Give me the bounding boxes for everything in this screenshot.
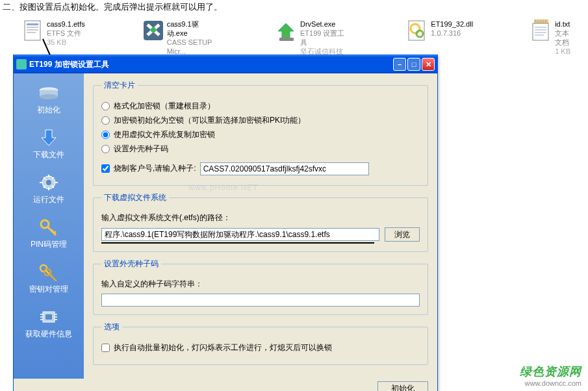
radio-vfs-copy[interactable]: 使用虚拟文件系统复制加密锁 [101,129,420,140]
file-type: ETFS 文件 [47,29,85,38]
fieldset-vfs-download: 下载虚拟文件系统 输入虚拟文件系统文件(.etfs)的路径： 浏览 [93,192,428,252]
watermark-title: 绿色资源网 [520,364,582,379]
app-icon [16,59,27,69]
minimize-button[interactable]: – [393,58,406,71]
vfs-path-input[interactable] [101,228,379,241]
sidebar-item-download[interactable]: 下载文件 [14,126,84,162]
chip-icon [37,307,60,327]
sidebar-item-keypair[interactable]: 密钥对管理 [14,260,84,296]
svg-rect-28 [45,314,52,320]
sidebar-label: 初始化 [37,105,60,116]
legend: 选项 [101,322,122,333]
svg-rect-4 [27,32,36,33]
sidebar-item-hwinfo[interactable]: 获取硬件信息 [14,305,84,341]
sidebar-label: 下载文件 [33,149,64,160]
sidebar-item-pin[interactable]: PIN码管理 [14,216,84,251]
file-name: cass9.1驱动.exe [167,19,218,38]
legend: 清空卡片 [101,80,138,91]
underline-annotation [101,242,374,244]
file-name: cass9.1.etfs [47,19,85,29]
file-type: ET199 设置工具 [300,29,349,47]
file-icon [23,19,43,43]
file-size: 35 KB [47,38,85,47]
sidebar: 初始化 下载文件 运行文件 PIN码管理 密钥对管理 获取硬件信息 [14,73,84,379]
seed-input[interactable] [200,162,369,175]
download-arrow-icon [37,127,60,148]
exe-icon [144,19,163,43]
radio-format[interactable]: 格式化加密锁（重建根目录） [101,101,420,112]
instruction-text: 二、按图设置后点初始化。完成后弹出提示框就可以用了。 [0,0,588,18]
close-button[interactable]: ✕ [422,58,435,71]
radio-init-empty[interactable]: 加密锁初始化为空锁（可以重新选择加密锁和PKI功能） [101,115,420,126]
svg-rect-3 [27,29,38,31]
file-name: ET199_32.dll [431,19,473,29]
radio-shell-seed[interactable]: 设置外壳种子码 [101,144,420,155]
fieldset-options: 选项 执行自动批量初始化，灯闪烁表示工作进行，灯熄灭后可以换锁 [93,322,428,365]
settings-dialog: ET199 加密锁设置工具 – □ ✕ 初始化 下载文件 运行文件 PIN码管理 [13,55,438,391]
svg-rect-1 [27,23,38,25]
dialog-footer: 初始化 [14,379,437,391]
site-watermark: 绿色资源网 www.downcc.com [520,364,582,387]
radio-label: 使用虚拟文件系统复制加密锁 [114,129,215,140]
radio-label: 加密锁初始化为空锁（可以重新选择加密锁和PKI功能） [114,115,305,126]
svg-rect-2 [27,27,38,28]
sidebar-label: 获取硬件信息 [25,329,72,340]
sidebar-item-run[interactable]: 运行文件 [14,171,84,207]
disk-icon [37,82,60,103]
file-name: DrvSet.exe [300,19,349,29]
svg-rect-12 [533,23,548,40]
svg-rect-11 [534,19,548,23]
file-size: 1 KB [555,47,575,56]
window-title: ET199 加密锁设置工具 [29,59,393,70]
sidebar-item-init[interactable]: 初始化 [14,81,84,117]
key-icon [37,217,60,238]
maximize-button[interactable]: □ [407,58,420,71]
fieldset-clear-card: 清空卡片 格式化加密锁（重建根目录） 加密锁初始化为空锁（可以重新选择加密锁和P… [93,80,428,186]
content-panel: 清空卡片 格式化加密锁（重建根目录） 加密锁初始化为空锁（可以重新选择加密锁和P… [84,73,437,379]
dll-icon [407,19,427,43]
svg-rect-7 [279,38,294,41]
checkbox-label: 烧制客户号,请输入种子: [114,163,196,174]
svg-point-6 [151,27,156,32]
radio-label: 格式化加密锁（重建根目录） [114,101,215,112]
file-txt[interactable]: id.txt 文本文档 1 KB [531,19,575,65]
sidebar-label: 运行文件 [33,194,64,205]
shell-seed-input[interactable] [101,294,420,307]
checkbox-burn-customer[interactable]: 烧制客户号,请输入种子: [101,163,196,174]
svg-rect-18 [18,60,25,68]
file-version: 1.0.7.316 [431,29,473,38]
watermark-url: www.downcc.com [520,379,582,387]
vfs-path-label: 输入虚拟文件系统文件(.etfs)的路径： [101,212,420,223]
browse-button[interactable]: 浏览 [385,227,420,242]
legend: 下载虚拟文件系统 [101,192,169,203]
sidebar-label: PIN码管理 [31,239,67,250]
init-button[interactable]: 初始化 [377,381,428,391]
svg-point-23 [46,180,51,185]
txt-icon [531,19,551,43]
keys-icon [37,262,60,283]
checkbox-label: 执行自动批量初始化，灯闪烁表示工作进行，灯熄灭后可以换锁 [114,342,332,353]
file-name: id.txt [555,19,575,29]
svg-point-21 [40,94,58,99]
titlebar[interactable]: ET199 加密锁设置工具 – □ ✕ [14,55,437,73]
fieldset-shell-seed: 设置外壳种子码 输入自定义的种子码字符串： [93,259,428,315]
exe-icon [277,19,296,43]
gear-icon [37,172,60,193]
radio-label: 设置外壳种子码 [114,144,168,155]
legend: 设置外壳种子码 [101,259,161,270]
file-type: CASS SETUP Micr... [167,38,218,56]
shell-seed-label: 输入自定义的种子码字符串： [101,279,420,290]
file-type: 文本文档 [555,29,575,47]
sidebar-label: 密钥对管理 [29,284,68,295]
checkbox-auto-batch[interactable]: 执行自动批量初始化，灯闪烁表示工作进行，灯熄灭后可以换锁 [101,342,420,353]
